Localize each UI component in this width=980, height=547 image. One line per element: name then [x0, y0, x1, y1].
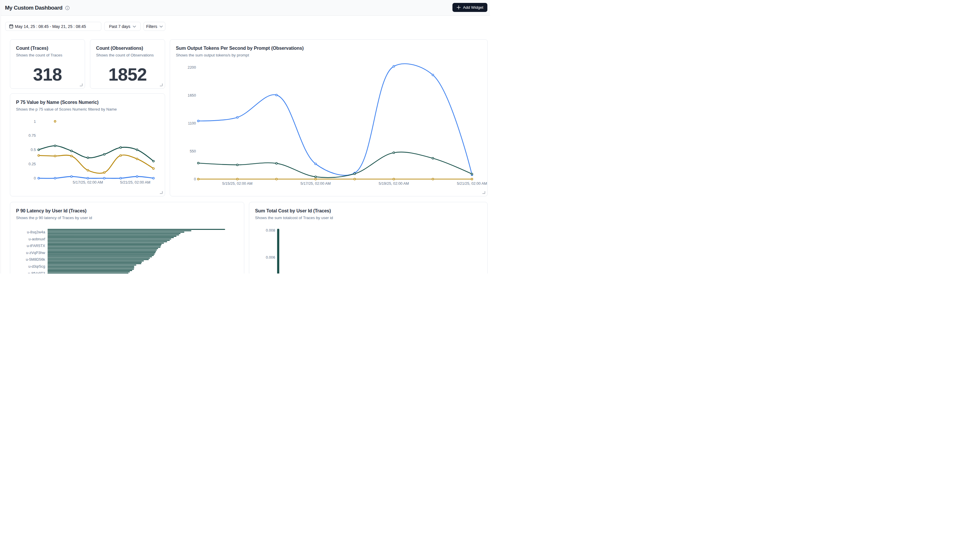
bar — [48, 256, 152, 257]
widget-p90-latency: u-8sq2w4au-aobnuxfu-tFAR5TXu-zVqP3hwu-5M… — [10, 202, 244, 274]
bar — [48, 254, 154, 255]
data-point — [197, 178, 199, 180]
axis-tick-label: 1 — [34, 119, 36, 124]
axis-tick-label: 5/15/25, 02:00 AM — [222, 181, 253, 186]
chevron-down-icon — [133, 25, 136, 28]
data-point — [120, 154, 122, 156]
data-point — [432, 74, 434, 76]
line-chart-output-tokens: 05501100165022005/15/25, 02:00 AM5/17/25… — [170, 40, 487, 196]
axis-tick-label: 2200 — [188, 65, 196, 70]
page-header: My Custom Dashboard Add Widget — [1, 0, 490, 16]
widget-p75-value: 00.250.50.7515/17/25, 02:00 AM5/21/25, 0… — [10, 94, 165, 197]
data-point — [236, 164, 238, 166]
bar — [48, 260, 144, 261]
bar — [48, 229, 225, 230]
page-title: My Custom Dashboard — [5, 5, 62, 11]
data-point — [236, 178, 238, 180]
data-point — [120, 147, 122, 148]
bar — [48, 259, 149, 260]
filter-toolbar: May 14, 25 : 08:45 - May 21, 25 : 08:45 … — [5, 22, 165, 31]
bar — [48, 268, 134, 270]
data-point — [432, 178, 434, 180]
bar — [48, 239, 171, 239]
axis-tick-label: 5/17/25, 02:00 AM — [73, 180, 103, 184]
data-point — [54, 145, 56, 147]
plus-icon — [457, 5, 461, 10]
data-point — [354, 178, 355, 180]
widget-subtitle: Shows the count of Traces — [10, 51, 85, 57]
bar — [48, 233, 180, 234]
axis-tick-label: u-zVqP3hw — [26, 251, 45, 255]
data-point — [315, 178, 317, 180]
data-point — [87, 178, 89, 179]
data-point — [120, 178, 122, 179]
axis-tick-label: 1650 — [188, 93, 196, 97]
add-widget-label: Add Widget — [463, 5, 483, 10]
data-point — [315, 176, 317, 178]
date-range-picker[interactable]: May 14, 25 : 08:45 - May 21, 25 : 08:45 — [5, 22, 101, 31]
widget-count-traces: Count (Traces) Shows the count of Traces… — [10, 39, 85, 89]
bar — [48, 263, 141, 264]
data-point — [276, 162, 277, 164]
widget-subtitle: Shows the count of Observations — [90, 51, 165, 57]
app-root: My Custom Dashboard Add Widget — [1, 0, 490, 274]
data-point — [236, 117, 238, 119]
bar — [48, 267, 134, 268]
bar — [48, 251, 156, 252]
data-point — [103, 178, 105, 179]
line-series-score-yellow — [39, 155, 153, 173]
info-icon[interactable] — [65, 6, 70, 10]
bar — [48, 265, 136, 265]
data-point — [103, 153, 105, 155]
resize-handle[interactable] — [80, 84, 83, 86]
widget-sum-total-cost: 0.0080.006 Sum Total Cost by User Id (Tr… — [249, 202, 488, 274]
data-point — [153, 178, 154, 179]
bar — [48, 244, 162, 245]
data-point — [54, 178, 56, 179]
bar-chart-p90-latency: u-8sq2w4au-aobnuxfu-tFAR5TXu-zVqP3hwu-5M… — [10, 202, 244, 274]
data-point — [87, 157, 89, 159]
add-widget-button[interactable]: Add Widget — [452, 3, 487, 12]
axis-tick-label: u-d3qr5cg — [28, 264, 45, 268]
bar-chart-total-cost: 0.0080.006 — [249, 202, 487, 274]
data-point — [54, 120, 56, 122]
axis-tick-label: u-8fVa9T3 — [28, 271, 45, 274]
date-preset-value: Past 7 days — [109, 24, 130, 29]
bar — [48, 249, 157, 250]
axis-tick-label: 0.25 — [29, 162, 36, 166]
line-series-prompt-blue — [198, 64, 472, 175]
line-chart-p75: 00.250.50.7515/17/25, 02:00 AM5/21/25, 0… — [10, 94, 165, 196]
data-point — [136, 176, 138, 178]
bar — [48, 273, 128, 274]
resize-handle[interactable] — [160, 191, 162, 194]
date-range-value: May 14, 25 : 08:45 - May 21, 25 : 08:45 — [15, 24, 86, 29]
filters-button[interactable]: Filters — [143, 22, 165, 31]
chevron-down-icon — [159, 25, 163, 28]
data-point — [38, 154, 40, 156]
bar — [48, 240, 170, 241]
data-point — [276, 178, 277, 180]
data-point — [71, 155, 73, 157]
axis-tick-label: 550 — [190, 149, 196, 153]
data-point — [354, 173, 355, 174]
data-point — [393, 178, 395, 180]
bar — [48, 230, 191, 231]
axis-tick-label: u-5M8D56k — [26, 257, 45, 262]
data-point — [276, 94, 277, 96]
data-point — [393, 152, 395, 154]
data-point — [197, 120, 199, 122]
axis-tick-label: 5/17/25, 02:00 AM — [301, 181, 331, 186]
resize-handle[interactable] — [482, 191, 485, 194]
bar — [48, 235, 179, 235]
date-preset-select[interactable]: Past 7 days — [104, 22, 141, 31]
axis-tick-label: 0.5 — [30, 147, 36, 152]
data-point — [54, 155, 56, 157]
resize-handle[interactable] — [160, 84, 162, 86]
bar — [48, 248, 158, 249]
axis-tick-label: 0.006 — [266, 255, 275, 260]
data-point — [71, 176, 73, 178]
calendar-icon — [9, 24, 13, 29]
axis-tick-label: 5/21/25, 02:00 AM — [120, 180, 151, 184]
data-point — [87, 169, 89, 171]
axis-tick-label: 0.008 — [266, 228, 275, 233]
